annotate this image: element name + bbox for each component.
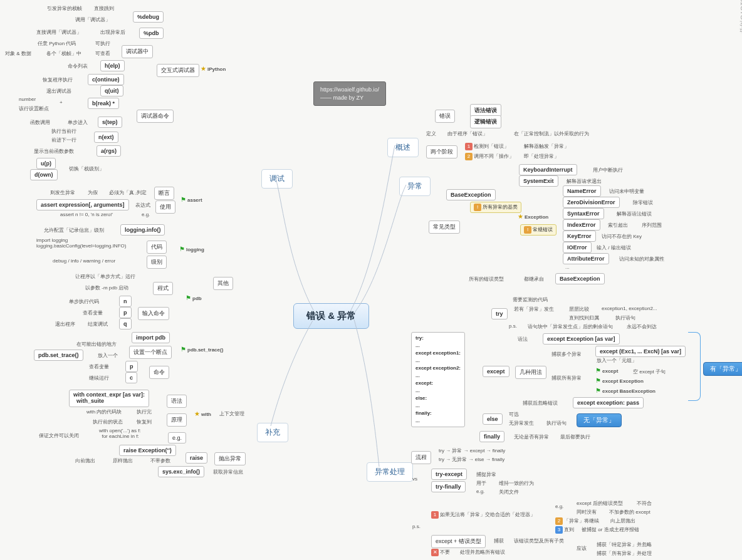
ps2-a: 捕获 [494,537,504,544]
continue: c(ontinue) [88,74,124,85]
ppdb-b: 出现异常后 [100,29,125,36]
star-icon: ★ [194,410,200,417]
assert-c3: 必须为「真」 [109,189,139,196]
all-b: 都继承自 [524,276,544,283]
else: else [483,413,503,425]
star-icon: ★ [201,65,206,72]
next: n(ext) [94,132,118,143]
pdb-q-b: 结束调试 [88,321,108,328]
pdb-mode: 程式 [153,282,173,295]
st-bp: 设置一个断点 [129,346,172,359]
st-c: c [125,372,137,383]
pdb: ⚑pdb [186,294,202,301]
ps3-d: 捕获「所有异常」并处理 [597,550,652,557]
exc-syntax: 语法 [518,336,528,343]
assert-cond: 断言 [154,187,174,200]
assert: ⚑assert [180,196,202,203]
ps3-c: 捕获「特定异常」并忽略 [597,541,652,548]
no-exc-btn[interactable]: 无「异常」 [577,413,622,427]
ps1-2a: 向上层抛出 [610,517,635,524]
pdb-input: 输入命令 [138,307,169,320]
ae-a: 访问未知的对象属性 [619,256,664,262]
next-b: 前进下一行 [51,137,76,143]
exc-syntax-a: except Exception [as var] [543,333,620,345]
flag-icon: ⚑ [179,246,185,252]
quit: q(uit) [100,85,123,96]
io: IOError [563,242,592,253]
with: ★with [194,410,211,417]
finally: finally [479,431,504,442]
info-icon: ! [474,204,481,211]
ki: KeyboardInterrupt [519,164,577,175]
down: d(own) [30,169,58,180]
assert-expr-l: 表达式 [135,202,150,209]
ps1-2: 2「异常」将继续 [555,517,599,525]
hub-supplement: 补充 [257,423,288,442]
ps1: 1如果无法将「异常」交给合适的「处理器」 [431,511,535,519]
st-import: import pdb [132,332,170,343]
has-exc-btn[interactable]: 有「异常」 [703,362,742,376]
pdb-p-a: 查看变量 [83,309,103,316]
ph2b: 即「处理异常」 [524,153,559,160]
ppdb: %pdb [139,28,164,39]
x-icon: ✕ [431,549,439,556]
exc-multi: 捕获多个异常 [551,351,582,358]
dbg-c: 各个「栈帧」中 [46,50,81,57]
interactive-debugger: 交互式调试器 [157,64,199,77]
raise-kw: raise [186,452,207,464]
st-p: p [125,361,138,372]
dbg-e: 对象 & 数据 [5,50,31,57]
break-plus: + [60,100,63,105]
flag-icon: ⚑ [180,346,186,353]
pdebug-c: 调用「调试器」 [75,16,110,23]
try-ps-b: 永远不会到达 [627,323,657,330]
with-eg-b: 保证文件可以关闭 [39,432,79,439]
exc-multi-a: except (Exc1, ... ExcN) [as var] [595,346,686,357]
logging-info: logging.info() [120,224,165,236]
with-eg: e.g. [168,432,186,443]
ps3-b: 应该 [577,545,587,552]
break: b(reak) * [88,98,119,109]
ki-a: 用户中断执行 [593,167,623,174]
assert-use: 使用 [155,200,175,214]
st-bp-b: pdb.set_trace() [34,350,83,361]
ph1b: 解释器触发「异常」 [524,143,569,150]
try-ps-a: 语句块中「异常发生点」后的剩余语句 [528,323,613,330]
pdb-q: q [119,318,132,329]
raise-a: raise Exception('') [119,445,176,456]
flow-a: try → 异常 → except → finally [439,447,505,454]
vs-b4: 关闭文件 [499,489,519,495]
ov-def-b: 在「正常控制流」以外采取的行为 [514,130,589,137]
pdebug-a: 引发异常的栈帧 [47,5,82,12]
se-a: 解释器请求退出 [567,178,602,185]
step-a: 函数调用 [30,119,50,126]
try: try [491,308,508,319]
hub-debug: 调试 [261,169,293,189]
pdebug-b: 直接跳到 [94,5,114,12]
ps1-b: 不符合 [637,500,652,507]
ps3-a: 处理并忽略所有错误 [460,549,505,556]
ov-def: 定义 [426,130,436,137]
ke-a: 访问不存在的 Key [602,233,642,240]
base-tag: !所有异常的基类 [470,202,521,213]
vs-b: try-finally [431,481,466,492]
hub-exception: 异常 [399,177,431,196]
assert-eg-l: e.g. [142,212,150,217]
flag-icon: ⚑ [595,377,601,384]
quit-a: 退出调试器 [46,88,71,95]
flow: 流程 [411,451,431,464]
exc-pass: except exception: pass [573,397,644,408]
with-pc: 执行前的状态 [93,418,123,425]
pdb-mode-b: 以参数 -m pdb 启动 [85,284,128,291]
with-pb: 执行完 [137,408,152,415]
logging: ⚑logging [179,246,204,252]
assert-eg: assert n != 0, 'n is zero!' [60,212,113,217]
ie: IndexError [563,219,600,231]
cont-a: 恢复程序执行 [43,76,73,83]
exc-bare: ⚑except [595,367,618,374]
log-level: 级别 [147,256,167,269]
st-p-a: 查看变量 [89,363,109,370]
exc-multi-b: 放入一个「元组」 [597,357,637,364]
ov-err-logic: 逻辑错误 [470,115,501,128]
vs-b1: 用于 [476,480,486,487]
